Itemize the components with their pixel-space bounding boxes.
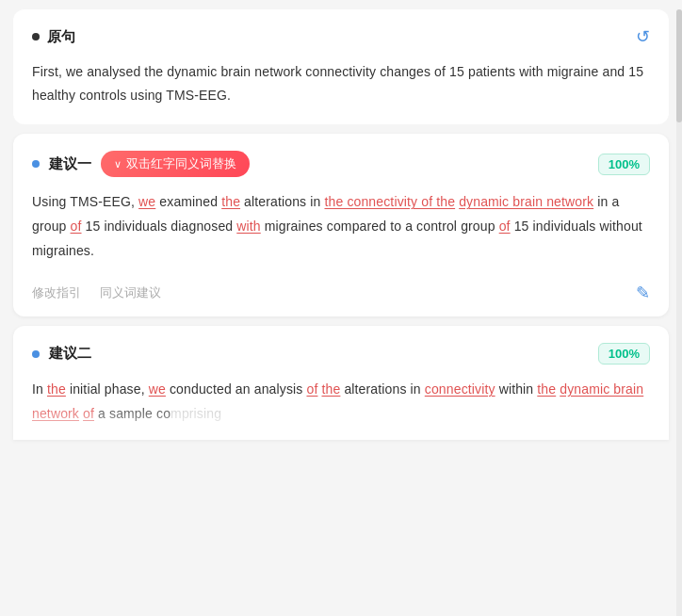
suggestion-two-header: 建议二 100% [32, 343, 650, 365]
word-of-2[interactable]: of [499, 219, 511, 234]
suggestion-one-left: 建议一 ∨ 双击红字同义词替换 [32, 151, 250, 177]
suggestion-two-score: 100% [598, 343, 650, 365]
suggestion-two-dot [32, 350, 40, 358]
word-we-s2[interactable]: we [149, 381, 166, 397]
suggestion-one-header: 建议一 ∨ 双击红字同义词替换 100% [32, 151, 650, 177]
original-header: 原句 ↺ [32, 26, 650, 47]
refresh-icon[interactable]: ↺ [636, 26, 650, 47]
word-of-s2[interactable]: of [306, 381, 317, 397]
replace-button[interactable]: ∨ 双击红字同义词替换 [101, 151, 250, 177]
word-the-1[interactable]: the [221, 194, 240, 209]
phrase-dynamic-brain-network[interactable]: dynamic brain network [459, 194, 593, 209]
word-connectivity-s2[interactable]: connectivity [425, 381, 495, 397]
word-of-1[interactable]: of [71, 219, 82, 234]
suggestion-one-text: Using TMS-EEG, we examined the alteratio… [32, 190, 650, 264]
original-title: 原句 [47, 28, 75, 46]
word-the-s2b[interactable]: the [321, 381, 340, 397]
original-dot [32, 33, 40, 41]
suggestion-one-score: 100% [598, 154, 650, 175]
page-wrapper: 原句 ↺ First, we analysed the dynamic brai… [0, 9, 682, 440]
scrollbar-track [676, 9, 682, 616]
word-the-s2c[interactable]: the [537, 381, 556, 397]
suggestion-two-text: In the initial phase, we conducted an an… [32, 378, 650, 427]
word-we-1[interactable]: we [138, 194, 155, 209]
suggestion-one-card: 建议一 ∨ 双击红字同义词替换 100% Using TMS-EEG, we e… [13, 134, 669, 316]
suggestion-one-footer: 修改指引 同义词建议 ✎ [32, 275, 650, 303]
suggestion-two-title: 建议二 [49, 345, 91, 363]
suggestion-two-left: 建议二 [32, 345, 91, 363]
suggestion-one-title: 建议一 [49, 155, 91, 173]
replace-btn-label: 双击红字同义词替换 [126, 155, 236, 172]
footer-left: 修改指引 同义词建议 [32, 284, 161, 301]
scrollbar-thumb[interactable] [676, 9, 682, 122]
suggestion-one-dot [32, 160, 40, 168]
suggestion-two-card: 建议二 100% In the initial phase, we conduc… [13, 326, 669, 440]
edit-icon[interactable]: ✎ [636, 283, 650, 303]
guide-link[interactable]: 修改指引 [32, 284, 81, 301]
chevron-down-icon: ∨ [114, 158, 122, 170]
word-with-1[interactable]: with [236, 219, 260, 234]
word-the-s2[interactable]: the [47, 381, 66, 397]
synonym-link[interactable]: 同义词建议 [100, 284, 161, 301]
original-text: First, we analysed the dynamic brain net… [32, 60, 650, 107]
word-of-s2b[interactable]: of [83, 406, 94, 421]
original-title-row: 原句 [32, 28, 75, 46]
original-section: 原句 ↺ First, we analysed the dynamic brai… [13, 9, 669, 124]
phrase-the-connectivity[interactable]: the connectivity of the [324, 194, 455, 209]
